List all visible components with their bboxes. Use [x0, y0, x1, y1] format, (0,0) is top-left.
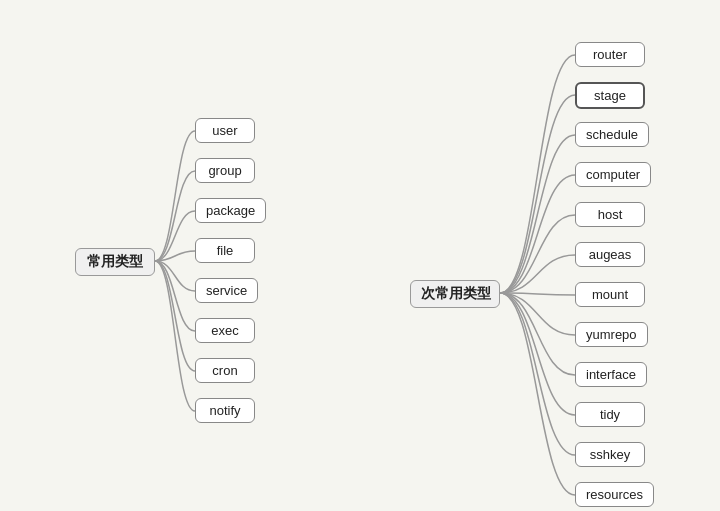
diagram-container: 常用类型次常用类型usergrouppackagefileserviceexec…	[0, 0, 720, 511]
left-node-service[interactable]: service	[195, 278, 258, 303]
right-node-router[interactable]: router	[575, 42, 645, 67]
right-node-mount[interactable]: mount	[575, 282, 645, 307]
left-node-package[interactable]: package	[195, 198, 266, 223]
left-node-group[interactable]: group	[195, 158, 255, 183]
right-node-augeas[interactable]: augeas	[575, 242, 645, 267]
left-center-node: 常用类型	[75, 248, 155, 276]
right-node-host[interactable]: host	[575, 202, 645, 227]
right-center-node: 次常用类型	[410, 280, 500, 308]
right-node-yumrepo[interactable]: yumrepo	[575, 322, 648, 347]
left-node-cron[interactable]: cron	[195, 358, 255, 383]
left-node-user[interactable]: user	[195, 118, 255, 143]
left-node-notify[interactable]: notify	[195, 398, 255, 423]
right-node-sshkey[interactable]: sshkey	[575, 442, 645, 467]
right-node-interface[interactable]: interface	[575, 362, 647, 387]
left-node-file[interactable]: file	[195, 238, 255, 263]
right-node-computer[interactable]: computer	[575, 162, 651, 187]
right-node-stage[interactable]: stage	[575, 82, 645, 109]
right-node-tidy[interactable]: tidy	[575, 402, 645, 427]
left-node-exec[interactable]: exec	[195, 318, 255, 343]
right-node-schedule[interactable]: schedule	[575, 122, 649, 147]
right-node-resources[interactable]: resources	[575, 482, 654, 507]
